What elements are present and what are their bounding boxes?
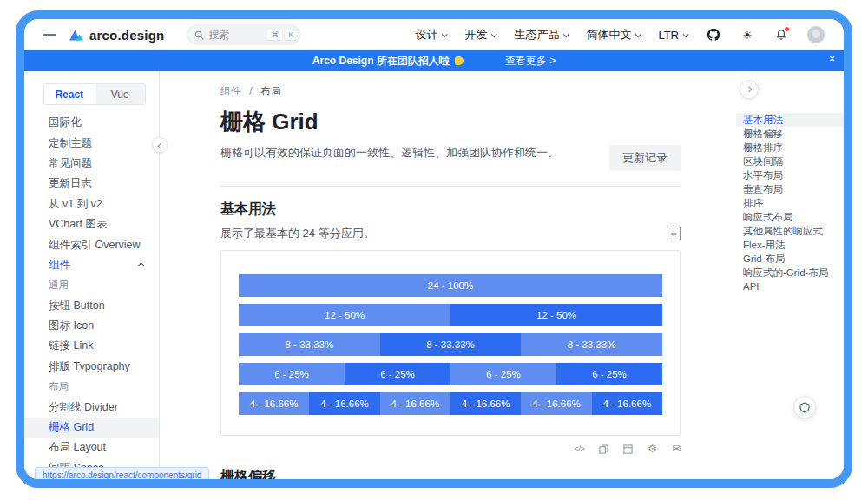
sidebar-menu: 国际化 定制主题 常见问题 更新日志 从 v1 到 v2 [24,113,159,478]
anchor-link[interactable]: 响应式布局 [736,210,844,224]
grid-row: 12 - 50%12 - 50% [239,304,662,326]
github-icon[interactable] [706,27,721,43]
left-sidebar: React Vue 国际化 定制主题 常见问题 [24,71,160,479]
demo-toolbar: </> ⚙ ✉ [220,444,681,454]
sidebar-item[interactable]: 组件索引 Overview [24,234,159,254]
breadcrumb-components[interactable]: 组件 [220,85,241,97]
page-description: 栅格可以有效的保证页面的一致性、逻辑性、加强团队协作和统一。 [220,145,559,161]
sidebar-item[interactable]: VChart 图表 [24,214,159,234]
anchor-nav: 基本用法 栅格偏移 栅格排序 区块间隔 水平布局 [736,71,844,479]
anchor-link[interactable]: Grid-布局 [736,252,844,266]
grid-col: 6 - 25% [239,363,345,385]
show-code-icon[interactable]: </> [575,445,585,453]
anchor-link[interactable]: 栅格排序 [736,141,844,155]
banner-text: Arco Design 所在团队招人啦 [312,54,450,69]
nav-menu-item[interactable]: 设计 [415,27,446,43]
anchor-link[interactable]: 基本用法 [736,113,844,127]
sidebar-item[interactable]: 从 v1 到 v2 [24,194,159,214]
sidebar-item[interactable]: 布局 [24,377,159,397]
search-icon [194,30,204,40]
main-content: 组件 / 布局 栅格 Grid 栅格可以有效的保证页面的一致性、逻辑性、加强团队… [160,71,736,479]
hand-emoji-icon [455,56,464,65]
banner-close-icon[interactable]: × [829,54,835,64]
theme-toggle-icon[interactable]: ☀ [740,27,755,43]
anchor-link[interactable]: 响应式的-Grid-布局 [736,266,844,280]
shield-icon [799,402,810,413]
anchor-collapse-button[interactable] [740,80,759,99]
arco-logo[interactable]: arco.design [69,28,164,43]
nav-menu-item[interactable]: 简体中文 [586,27,640,43]
nav-menu-item[interactable]: LTR [658,29,687,42]
chevron-down-icon [683,31,689,37]
feedback-float-button[interactable] [793,396,816,418]
logo-text: arco.design [89,28,164,43]
codesandbox-icon[interactable] [623,444,633,454]
anchor-link[interactable]: 排序 [736,196,844,210]
grid-row: 8 - 33.33%8 - 33.33%8 - 33.33% [239,333,662,356]
anchor-link[interactable]: 区块间隔 [736,155,844,168]
tab-react[interactable]: React [44,84,95,104]
notification-dot [785,27,789,31]
expand-code-icon[interactable]: </> [667,227,681,240]
feedback-mail-icon[interactable]: ✉ [672,444,681,454]
chevron-down-icon [491,31,497,37]
sidebar-item[interactable]: 栅格 Grid [24,418,159,438]
sidebar-item[interactable]: 定制主题 [24,133,159,153]
grid-demo: 24 - 100% 12 - 50%12 - 50% 8 - 33.33%8 -… [220,250,681,436]
sidebar-item[interactable]: 图标 Icon [24,316,159,336]
grid-col: 4 - 16.66% [592,392,662,415]
grid-col: 4 - 16.66% [239,392,309,415]
nav-menu-item[interactable]: 生态产品 [514,27,568,43]
anchor-link[interactable]: 其他属性的响应式 [736,224,844,238]
breadcrumb-layout: 布局 [260,85,281,97]
sidebar-item[interactable]: 国际化 [24,113,159,133]
tab-vue[interactable]: Vue [95,84,146,104]
notification-bell-icon[interactable] [773,27,789,43]
grid-col: 12 - 50% [450,304,662,326]
chevron-left-icon [157,142,163,148]
navbar-right: 设计 开发 生态产品 简体中文 [415,26,825,43]
anchor-list: 基本用法 栅格偏移 栅格排序 区块间隔 水平布局 [736,113,844,293]
grid-col: 24 - 100% [239,274,662,297]
sidebar-item[interactable]: 更新日志 [24,174,159,194]
nav-menu-item[interactable]: 开发 [464,27,496,43]
nav-menu-group: 设计 开发 生态产品 简体中文 [415,27,687,43]
anchor-link[interactable]: API [736,280,844,293]
chevron-down-icon [442,31,448,37]
sidebar-item[interactable]: 按钮 Button [24,296,159,316]
copy-icon[interactable] [599,444,608,454]
announcement-banner: Arco Design 所在团队招人啦 查看更多 > × [24,50,844,71]
apps-grid-icon[interactable] [43,29,56,41]
grid-col: 8 - 33.33% [239,333,380,356]
settings-gear-icon[interactable]: ⚙ [648,444,657,454]
sidebar-item[interactable]: 常见问题 [24,154,159,174]
grid-col: 6 - 25% [345,363,450,385]
page-title: 栅格 Grid [220,107,681,137]
divider [220,186,681,187]
sidebar-item[interactable]: 链接 Link [24,336,159,356]
anchor-link[interactable]: Flex-用法 [736,238,844,252]
anchor-link[interactable]: 栅格偏移 [736,127,844,141]
anchor-link[interactable]: 水平布局 [736,168,844,182]
grid-col: 8 - 33.33% [521,333,662,356]
grid-col: 6 - 25% [556,363,662,385]
anchor-link[interactable]: 垂直布局 [736,182,844,196]
arco-docs-page: arco.design 搜索 ⌘ K 设计 开发 [24,19,844,479]
section-offset-title: 栅格偏移 [220,468,681,486]
banner-see-more-link[interactable]: 查看更多 > [505,54,556,69]
sidebar-item[interactable]: 组件 [24,255,159,275]
sidebar-collapse-button[interactable] [152,137,168,153]
sidebar-item[interactable]: 排版 Typography [24,357,159,377]
grid-col: 4 - 16.66% [309,392,379,415]
avatar[interactable] [807,26,825,43]
sidebar-item[interactable]: 通用 [24,275,159,295]
body-layout: React Vue 国际化 定制主题 常见问题 [24,71,844,479]
sidebar-item[interactable]: 布局 Layout [24,438,159,457]
sidebar-item[interactable]: 分割线 Divider [24,397,159,417]
browser-frame: arco.design 搜索 ⌘ K 设计 开发 [16,10,852,488]
search-input[interactable]: 搜索 ⌘ K [187,24,301,45]
changelog-button[interactable]: 更新记录 [609,145,681,171]
grid-col: 4 - 16.66% [521,392,591,415]
link-preview: https://arco.design/react/components/gri… [35,467,209,486]
grid-col: 12 - 50% [239,304,450,326]
